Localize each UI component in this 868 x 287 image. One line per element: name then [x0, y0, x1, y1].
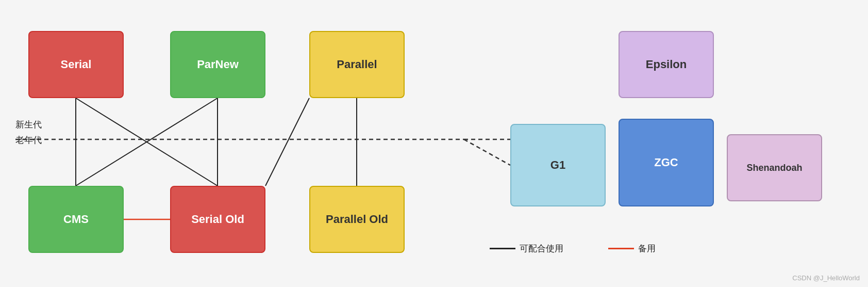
cms-box: CMS — [28, 186, 124, 253]
compatible-line-icon — [490, 248, 515, 249]
epsilon-box: Epsilon — [619, 31, 714, 98]
serial-box: Serial — [28, 31, 124, 98]
serialold-box: Serial Old — [170, 186, 265, 253]
svg-line-9 — [464, 139, 510, 165]
parnew-box: ParNew — [170, 31, 265, 98]
shenandoah-box: Shenandoah — [727, 134, 822, 201]
old-gen-label: 老年代 — [15, 134, 42, 146]
zgc-box: ZGC — [619, 119, 714, 206]
svg-line-7 — [265, 98, 309, 186]
legend-backup: 备用 — [608, 243, 656, 254]
parallelold-box: Parallel Old — [309, 186, 405, 253]
young-gen-label: 新生代 — [15, 119, 42, 131]
parallel-box: Parallel — [309, 31, 405, 98]
backup-line-icon — [608, 248, 634, 249]
watermark: CSDN @J_HelloWorld — [792, 274, 860, 282]
svg-line-3 — [76, 98, 218, 186]
diagram-container: 新生代 老年代 Serial ParNew Parallel CMS Seria… — [0, 0, 868, 287]
svg-line-4 — [76, 98, 218, 186]
legend-compatible: 可配合使用 — [490, 243, 563, 254]
g1-box: G1 — [510, 124, 606, 206]
